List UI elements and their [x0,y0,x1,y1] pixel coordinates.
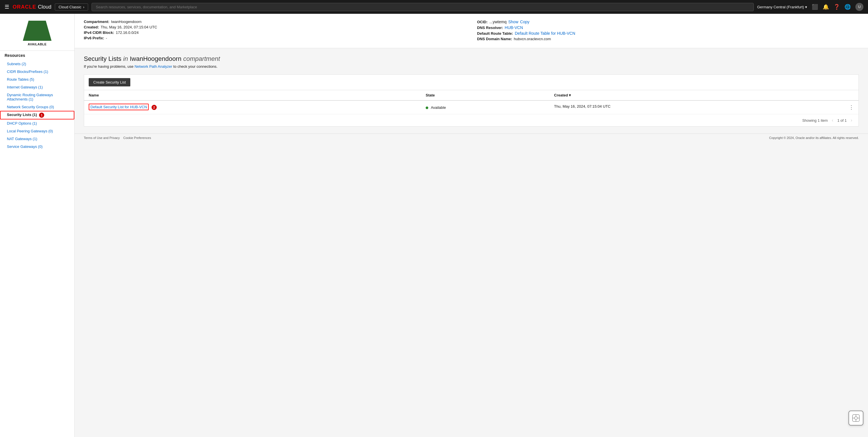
main-content: Compartment: IwanHoogendoorn Created: Th… [74,14,868,437]
ipv4-label: IPv4 CIDR Block: [84,30,114,35]
nav-right: Germany Central (Frankfurt) ▾ ⬛ 🔔 ❓ 🌐 U [757,3,863,11]
default-route-label: Default Route Table: [477,31,513,36]
pagination-next-button[interactable]: › [849,117,854,123]
created-label: Created: [84,25,99,29]
sidebar-item-route-tables[interactable]: Route Tables (5) [0,75,74,83]
search-input[interactable] [92,3,754,11]
security-lists-badge: 1 [39,113,44,118]
sidebar-item-local-peering[interactable]: Local Peering Gateways (0) [0,127,74,135]
ocid-copy-link[interactable]: Copy [520,20,530,24]
compartment-row: Compartment: IwanHoogendoorn [84,20,466,24]
section-subtext: If you're having problems, use Network P… [84,64,859,69]
vcn-icon-container: AVAILABLE [0,19,74,51]
region-selector[interactable]: Germany Central (Frankfurt) ▾ [757,5,807,9]
avatar[interactable]: U [856,3,863,11]
sidebar-item-security-lists[interactable]: Security Lists (1) 1 [0,111,74,120]
table-toolbar: Create Security List [84,75,859,90]
state-available-dot [426,106,428,109]
sidebar-item-cidr[interactable]: CIDR Blocks/Prefixes (1) [0,68,74,75]
compartment-value: IwanHoogendoorn [111,20,142,24]
subtext-after: to check your connections. [174,64,218,69]
security-list-link[interactable]: Default Security List for HUB-VCN [89,104,149,110]
pagination-prev-button[interactable]: ‹ [830,117,835,123]
dns-resolver-label: DNS Resolver: [477,26,503,30]
row-name-cell: Default Security List for HUB-VCN 2 [84,100,421,114]
oracle-text: ORACLE [12,4,36,10]
security-lists-table: Name State Created ▾ Default Security Li… [84,90,859,114]
notifications-icon[interactable]: 🔔 [823,4,829,10]
sidebar-resources-title: Resources [0,51,74,60]
ocid-row: OCID: ...ywtemq Show Copy [477,20,859,24]
sidebar-item-dhcp[interactable]: DHCP Options (1) [0,120,74,127]
ipv6-label: IPv6 Prefix: [84,36,104,40]
default-route-link[interactable]: Default Route Table for HUB-VCN [515,31,575,36]
compartment-label: Compartment: [84,20,110,24]
ipv4-value: 172.16.0.0/24 [116,30,138,35]
col-state-header: State [421,90,549,100]
help-icon[interactable]: ❓ [834,4,840,10]
sidebar-item-nsg[interactable]: Network Security Groups (0) [0,103,74,111]
subtext-before: If you're having problems, use [84,64,133,69]
col-created-header[interactable]: Created ▾ [549,90,859,100]
security-lists-table-container: Create Security List Name State Created … [84,74,859,127]
col-name-header: Name [84,90,421,100]
section-compartment-suffix: compartment [183,55,220,62]
page-layout: AVAILABLE Resources Subnets (2) CIDR Blo… [0,14,868,437]
help-widget-icon [852,414,860,422]
showing-count: Showing 1 item [802,118,828,123]
sidebar-item-service-gateways[interactable]: Service Gateways (0) [0,143,74,151]
section-heading-italic: in [123,55,128,62]
sidebar-item-drg-attachments[interactable]: Dynamic Routing Gateways Attachments (1) [0,91,74,103]
row-state-text: Available [431,105,446,110]
hamburger-menu-icon[interactable]: ☰ [5,4,9,10]
sidebar: AVAILABLE Resources Subnets (2) CIDR Blo… [0,14,74,437]
region-label: Germany Central (Frankfurt) [757,5,804,9]
dns-domain-value: hubvcn.oraclevcn.com [514,37,551,41]
ipv6-row: IPv6 Prefix: - [84,36,466,40]
section-heading-text: Security Lists [84,55,121,62]
default-route-row: Default Route Table: Default Route Table… [477,31,859,36]
pagination-label: 1 of 1 [837,118,847,123]
vcn-trapezoid-icon [23,21,52,41]
vcn-info-grid: Compartment: IwanHoogendoorn Created: Th… [84,20,859,42]
col-created-sort-icon: ▾ [569,93,571,97]
help-widget[interactable] [848,411,863,426]
cloud-classic-label: Cloud Classic [59,5,81,9]
language-icon[interactable]: 🌐 [844,4,851,10]
sidebar-item-internet-gateways[interactable]: Internet Gateways (1) [0,83,74,91]
vcn-info-panel: Compartment: IwanHoogendoorn Created: Th… [74,14,868,48]
dns-domain-row: DNS Domain Name: hubvcn.oraclevcn.com [477,37,859,41]
ocid-show-link[interactable]: Show [508,20,518,24]
oracle-logo: ORACLE Cloud [12,4,51,10]
created-value: Thu, May 16, 2024, 07:15:04 UTC [101,25,157,29]
section-compartment-name: IwanHoogendoorn [130,55,181,62]
footer-left: Terms of Use and Privacy Cookie Preferen… [84,136,151,139]
ipv4-row: IPv4 CIDR Block: 172.16.0.0/24 [84,30,466,35]
footer-right: Copyright © 2024, Oracle and/or its affi… [769,136,859,139]
sidebar-item-nat[interactable]: NAT Gateways (1) [0,135,74,143]
create-security-list-button[interactable]: Create Security List [89,78,130,87]
col-created-label: Created [554,93,568,97]
row-actions-menu-icon[interactable]: ⋮ [849,104,854,111]
svg-point-1 [855,416,857,419]
table-footer: Showing 1 item ‹ 1 of 1 › [84,114,859,126]
row-created-cell: Thu, May 16, 2024, 07:15:04 UTC ⋮ [549,100,859,114]
security-lists-section: Security Lists in IwanHoogendoorn compar… [74,48,868,133]
vcn-status: AVAILABLE [28,42,47,46]
console-icon[interactable]: ⬛ [812,4,818,10]
cookie-preferences-link[interactable]: Cookie Preferences [123,136,151,139]
table-header-row: Name State Created ▾ [84,90,859,100]
ocid-short: ...ywtemq [489,20,507,24]
sidebar-item-subnets[interactable]: Subnets (2) [0,60,74,68]
terms-link[interactable]: Terms of Use and Privacy [84,136,120,139]
ocid-label: OCID: [477,20,488,24]
ipv6-value: - [106,36,107,40]
dns-resolver-row: DNS Resolver: HUB-VCN [477,25,859,30]
network-path-analyzer-link[interactable]: Network Path Analyzer [135,64,173,69]
region-chevron-icon: ▾ [805,5,807,9]
cloud-classic-arrow-icon: › [83,5,84,9]
cloud-classic-button[interactable]: Cloud Classic › [55,3,88,11]
dns-resolver-link[interactable]: HUB-VCN [505,25,523,30]
cloud-text: Cloud [38,4,51,10]
row-state-cell: Available [421,100,549,114]
